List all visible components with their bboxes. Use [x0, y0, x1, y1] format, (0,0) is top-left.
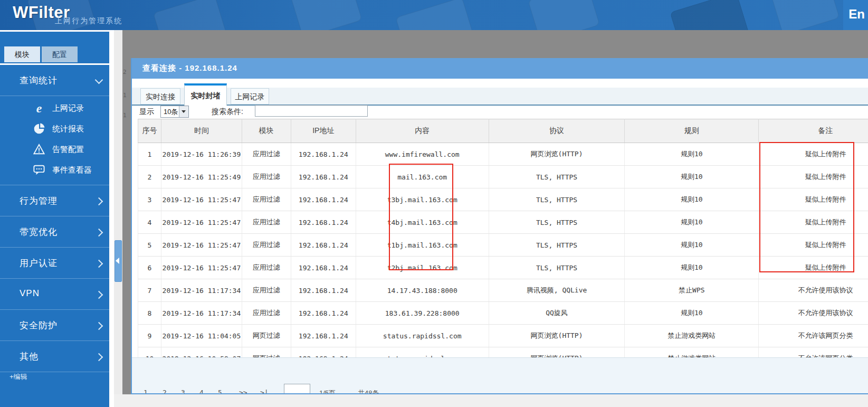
- table-cell: 192.168.1.24: [291, 302, 356, 325]
- page-button[interactable]: 4: [199, 389, 204, 394]
- collapse-arrow-icon: [116, 258, 119, 264]
- table-cell: 3: [138, 188, 161, 211]
- next-pages-button[interactable]: >>: [239, 389, 247, 394]
- table-cell: mail.163.com: [356, 166, 489, 188]
- table-cell: t4bj.mail.163.com: [356, 211, 489, 234]
- table-cell: 规则10: [625, 234, 759, 257]
- sidebar-tab-1[interactable]: 模块: [4, 46, 40, 62]
- sidebar-group-label: 其他: [20, 351, 39, 363]
- table-row: 82019-12-16 11:17:34应用过滤192.168.1.24183.…: [138, 302, 868, 325]
- sidebar-item[interactable]: 事件查看器: [0, 160, 109, 181]
- table-cell: t1bj.mail.163.com: [356, 234, 489, 257]
- page-info: 1/5页: [319, 389, 336, 394]
- keyboard-key-decor: [528, 0, 599, 30]
- table-cell: 疑似上传附件: [759, 257, 868, 279]
- table-cell: 禁止游戏类网站: [625, 325, 759, 347]
- page-size-select[interactable]: 10条: [160, 106, 189, 118]
- total-count: 共48条: [358, 389, 379, 394]
- dialog-controls: 显示 10条 搜索条件:: [132, 105, 868, 119]
- table-cell: TLS, HTTPS: [489, 211, 625, 234]
- pagination-bar: 1 2 3 4 5 >> >| 1/5页 共48条: [132, 357, 868, 394]
- table-cell: 规则10: [625, 188, 759, 211]
- dialog-tab-1[interactable]: 实时连接: [140, 88, 180, 105]
- table-cell: 192.168.1.24: [291, 166, 356, 188]
- alert-icon: [33, 144, 45, 156]
- language-switch[interactable]: En: [848, 7, 865, 22]
- dialog-tab-2[interactable]: 实时封堵: [184, 83, 227, 106]
- sidebar-edit-link[interactable]: +编辑: [9, 372, 27, 382]
- page-button[interactable]: 5: [218, 389, 222, 394]
- sidebar-group-4[interactable]: 用户认证: [0, 248, 109, 279]
- sidebar-item[interactable]: 统计报表: [0, 119, 109, 139]
- sidebar-item-label: 告警配置: [52, 145, 84, 155]
- search-input[interactable]: [255, 105, 368, 117]
- page-button[interactable]: 2: [163, 389, 167, 394]
- browser-icon: e: [33, 102, 45, 115]
- table-cell: 应用过滤: [242, 279, 291, 302]
- table-cell: 疑似上传附件: [759, 234, 868, 257]
- sidebar-item[interactable]: e上网记录: [0, 98, 109, 119]
- dialog-header[interactable]: 查看连接 - 192.168.1.24: [132, 58, 868, 79]
- sidebar-group-label: 带宽优化: [20, 226, 58, 238]
- sidebar-group-2[interactable]: 行为管理: [0, 185, 109, 216]
- sidebar-item[interactable]: 告警配置: [0, 139, 109, 160]
- sidebar-group-6[interactable]: 安全防护: [0, 310, 109, 341]
- table-row: 72019-12-16 11:17:34应用过滤192.168.1.2414.1…: [138, 279, 868, 302]
- table-cell: 2019-12-16 11:25:47: [161, 234, 242, 257]
- table-cell: 应用过滤: [242, 188, 291, 211]
- dialog-tab-3[interactable]: 上网记录: [231, 88, 269, 105]
- sidebar-item-label: 上网记录: [52, 103, 84, 113]
- table-cell: 192.168.1.24: [291, 211, 356, 234]
- chevron-right-icon: [95, 197, 103, 206]
- table-cell: 2019-12-16 11:25:47: [161, 211, 242, 234]
- table-cell: 2: [138, 166, 161, 188]
- table-cell: 9: [138, 325, 161, 347]
- column-header: 备注: [759, 119, 868, 143]
- table-row: 52019-12-16 11:25:47应用过滤192.168.1.24t1bj…: [138, 234, 868, 257]
- sidebar-collapse-handle[interactable]: [115, 240, 122, 282]
- chevron-right-icon: [95, 260, 103, 268]
- sidebar-gap-strip: [109, 30, 114, 407]
- chevron-right-icon: [95, 353, 103, 362]
- table-cell: 183.61.39.228:8000: [356, 302, 489, 325]
- table-cell: QQ旋风: [489, 302, 625, 325]
- sidebar-group-label: 安全防护: [20, 319, 58, 332]
- backdrop-axis-number: 1: [123, 112, 127, 119]
- sidebar-tabs: 模块配置: [4, 46, 78, 62]
- table-cell: 1: [138, 143, 161, 166]
- column-header: 协议: [489, 119, 625, 143]
- sidebar-group-3[interactable]: 带宽优化: [0, 216, 109, 248]
- event-icon: [33, 164, 45, 177]
- table-cell: 应用过滤: [242, 234, 291, 257]
- table-cell: TLS, HTTPS: [489, 166, 625, 188]
- sidebar-item-label: 事件查看器: [52, 165, 92, 175]
- page-footer-band: [114, 394, 868, 407]
- table-cell: 禁止WPS: [625, 279, 759, 302]
- select-dropdown-button[interactable]: [179, 106, 188, 117]
- blocked-records-table: 序号时间模块IP地址内容协议规则备注 12019-12-16 11:26:39应…: [138, 119, 868, 370]
- table-cell: 不允许该网页分类: [759, 325, 868, 347]
- page-number-input[interactable]: [284, 384, 310, 394]
- top-banner: WFilter 上网行为管理系统 En: [0, 0, 868, 30]
- sidebar-group-label: 查询统计: [20, 74, 58, 87]
- column-header: 规则: [625, 119, 759, 143]
- table-cell: 192.168.1.24: [291, 257, 356, 279]
- page-button[interactable]: 1: [144, 389, 148, 394]
- sidebar-group-5[interactable]: VPN: [0, 279, 109, 310]
- table-cell: 2019-12-16 11:25:49: [161, 166, 242, 188]
- page-button[interactable]: 3: [181, 389, 185, 394]
- sidebar-group-1[interactable]: 查询统计: [0, 65, 109, 96]
- table-cell: 192.168.1.24: [291, 143, 356, 166]
- table-cell: 网页浏览(HTTP): [489, 325, 625, 347]
- sidebar-group-label: 用户认证: [20, 257, 58, 269]
- view-connections-dialog: 查看连接 - 192.168.1.24 实时连接实时封堵上网记录 显示 10条 …: [131, 58, 868, 394]
- table-cell: 应用过滤: [242, 302, 291, 325]
- column-header: 内容: [356, 119, 489, 143]
- table-cell: 7: [138, 279, 161, 302]
- table-cell: 规则10: [625, 143, 759, 166]
- sidebar-tab-2[interactable]: 配置: [42, 46, 78, 62]
- table-cell: 应用过滤: [242, 257, 291, 279]
- sidebar-group-7[interactable]: 其他: [0, 341, 109, 372]
- backdrop-axis-number: 1: [123, 92, 127, 99]
- last-page-button[interactable]: >|: [260, 389, 269, 394]
